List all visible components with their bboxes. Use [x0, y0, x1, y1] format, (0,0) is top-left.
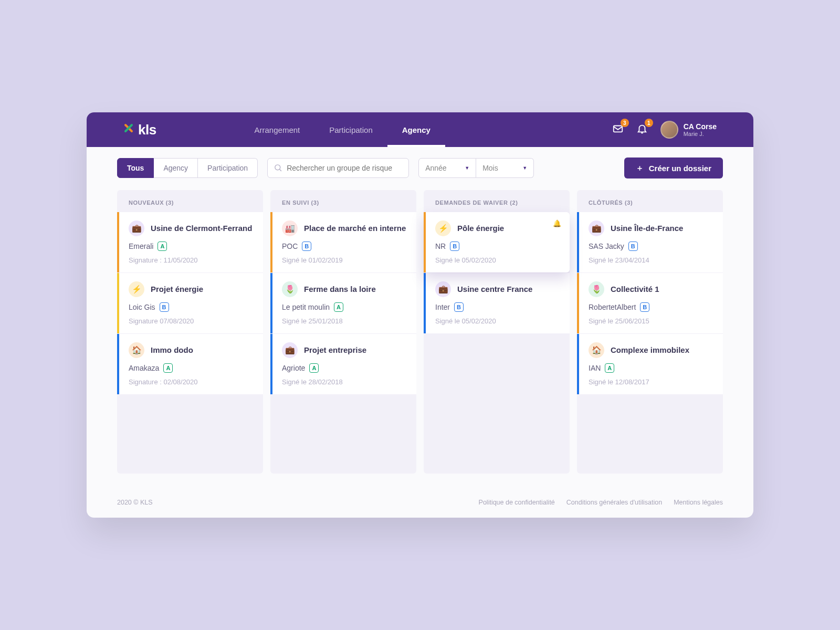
- footer: 2020 © KLS Politique de confidentialitéC…: [87, 489, 753, 518]
- dossier-card[interactable]: 🌷Collectivité 1RobertetAlbert BSigné le …: [577, 273, 723, 333]
- rating-badge: B: [628, 242, 638, 251]
- search: [267, 158, 409, 178]
- card-client: RobertetAlbert B: [589, 302, 713, 312]
- dossier-card[interactable]: 💼Usine Île-de-FranceSAS Jacky BSigné le …: [577, 212, 723, 272]
- header: kls ArrangementParticipationAgency 3 1 C…: [87, 112, 753, 147]
- footer-link[interactable]: Politique de confidentialité: [479, 499, 555, 506]
- dossier-card[interactable]: 💼Usine centre FranceInter BSigné le 05/0…: [424, 273, 570, 333]
- top-nav: ArrangementParticipationAgency: [240, 112, 445, 147]
- card-client: IAN A: [589, 363, 713, 373]
- card-type-icon: 💼: [282, 342, 298, 358]
- card-type-icon: 🌷: [589, 281, 604, 297]
- column: DEMANDES DE WAIVER (2)🔔⚡Pôle énergieNR B…: [424, 190, 570, 474]
- card-footnote: Signé le 25/06/2015: [589, 317, 713, 325]
- card-footnote: Signé le 05/02/2020: [435, 317, 560, 325]
- card-title: Ferme dans la loire: [304, 285, 376, 294]
- footer-link[interactable]: Conditions générales d'utilisation: [566, 499, 662, 506]
- card-title: Projet énergie: [151, 285, 203, 294]
- card-client: NR B: [435, 242, 560, 251]
- card-client: POC B: [282, 242, 407, 251]
- nav-arrangement[interactable]: Arrangement: [240, 112, 315, 147]
- card-client: Amakaza A: [129, 363, 254, 373]
- card-type-icon: 🌷: [282, 281, 298, 297]
- card-client: Emerali A: [129, 242, 254, 251]
- dossier-card[interactable]: ⚡Projet énergieLoic Gis BSignature 07/08…: [117, 273, 263, 333]
- card-client: Agriote A: [282, 363, 407, 373]
- create-dossier-button[interactable]: ＋ Créer un dossier: [624, 158, 723, 178]
- rating-badge: A: [605, 363, 614, 373]
- filter-tab-participation[interactable]: Participation: [198, 158, 258, 178]
- rating-badge: A: [163, 363, 173, 373]
- footer-link[interactable]: Mentions légales: [674, 499, 723, 506]
- card-title: Complexe immobilex: [611, 345, 689, 355]
- chevron-down-icon: ▼: [522, 165, 527, 171]
- card-type-icon: 🏠: [589, 342, 604, 358]
- rating-badge: B: [640, 302, 649, 312]
- card-footnote: Signé le 12/08/2017: [589, 378, 713, 386]
- rating-badge: B: [450, 242, 459, 251]
- card-title: Projet entreprise: [304, 345, 366, 355]
- rating-badge: A: [158, 242, 167, 251]
- avatar: [660, 121, 678, 139]
- month-select[interactable]: Mois▼: [476, 158, 534, 178]
- column: CLÔTURÉS (3)💼Usine Île-de-FranceSAS Jack…: [577, 190, 723, 474]
- user-name: CA Corse: [684, 122, 717, 131]
- dossier-card[interactable]: 🌷Ferme dans la loireLe petit moulin ASig…: [270, 273, 416, 333]
- dossier-card[interactable]: 🏠Immo dodoAmakaza ASignature : 02/08/202…: [117, 334, 263, 394]
- filter-tab-tous[interactable]: Tous: [117, 158, 154, 178]
- column: NOUVEAUX (3)💼Usine de Clermont-FerrandEm…: [117, 190, 263, 474]
- filter-tabs: TousAgencyParticipation: [117, 158, 258, 178]
- card-type-icon: 💼: [435, 281, 451, 297]
- card-footnote: Signé le 28/02/2018: [282, 378, 407, 386]
- logo[interactable]: kls: [123, 122, 156, 138]
- column-title: EN SUIVI (3): [270, 190, 416, 212]
- card-client: Loic Gis B: [129, 302, 254, 312]
- card-type-icon: 💼: [589, 220, 604, 236]
- card-title: Pôle énergie: [457, 224, 504, 233]
- rating-badge: A: [309, 363, 319, 373]
- column: EN SUIVI (3)🏭Place de marché en interneP…: [270, 190, 416, 474]
- copyright: 2020 © KLS: [117, 499, 153, 506]
- card-footnote: Signature : 02/08/2020: [129, 378, 254, 386]
- footer-links: Politique de confidentialitéConditions g…: [479, 499, 723, 506]
- logo-text: kls: [138, 122, 156, 138]
- card-type-icon: ⚡: [435, 220, 451, 236]
- bell-badge: 1: [645, 119, 653, 127]
- dossier-card[interactable]: 🏭Place de marché en internePOC BSigné le…: [270, 212, 416, 272]
- dossier-card[interactable]: 🔔⚡Pôle énergieNR BSigné le 05/02/2020: [424, 212, 570, 272]
- nav-participation[interactable]: Participation: [314, 112, 387, 147]
- dossier-card[interactable]: 💼Projet entrepriseAgriote ASigné le 28/0…: [270, 334, 416, 394]
- chevron-down-icon: ▼: [465, 165, 469, 171]
- app-window: kls ArrangementParticipationAgency 3 1 C…: [87, 112, 753, 518]
- filter-tab-agency[interactable]: Agency: [154, 158, 198, 178]
- rating-badge: B: [454, 302, 464, 312]
- column-title: DEMANDES DE WAIVER (2): [424, 190, 570, 212]
- card-title: Usine de Clermont-Ferrand: [151, 224, 252, 233]
- user-menu[interactable]: CA Corse Marie J.: [660, 121, 717, 139]
- card-footnote: Signé le 25/01/2018: [282, 317, 407, 325]
- dossier-card[interactable]: 🏠Complexe immobilexIAN ASigné le 12/08/2…: [577, 334, 723, 394]
- search-input[interactable]: [267, 158, 409, 178]
- year-select[interactable]: Année▼: [418, 158, 476, 178]
- mail-button[interactable]: 3: [612, 123, 624, 136]
- card-footnote: Signature : 11/05/2020: [129, 256, 254, 264]
- header-right: 3 1 CA Corse Marie J.: [612, 121, 717, 139]
- rating-badge: B: [302, 242, 311, 251]
- period-selects: Année▼ Mois▼: [418, 158, 534, 178]
- toolbar: TousAgencyParticipation Année▼ Mois▼ ＋ C…: [87, 147, 753, 178]
- rating-badge: B: [160, 302, 169, 312]
- card-title: Place de marché en interne: [304, 224, 406, 233]
- card-footnote: Signé le 05/02/2020: [435, 256, 560, 264]
- column-title: CLÔTURÉS (3): [577, 190, 723, 212]
- bell-button[interactable]: 1: [636, 123, 648, 136]
- plus-icon: ＋: [636, 163, 644, 173]
- card-title: Usine Île-de-France: [611, 224, 683, 233]
- svg-point-1: [275, 165, 280, 170]
- card-title: Usine centre France: [457, 285, 532, 294]
- dossier-card[interactable]: 💼Usine de Clermont-FerrandEmerali ASigna…: [117, 212, 263, 272]
- card-type-icon: ⚡: [129, 281, 144, 297]
- rating-badge: A: [334, 302, 343, 312]
- nav-agency[interactable]: Agency: [387, 112, 445, 147]
- card-type-icon: 🏠: [129, 342, 144, 358]
- user-sub: Marie J.: [684, 131, 717, 138]
